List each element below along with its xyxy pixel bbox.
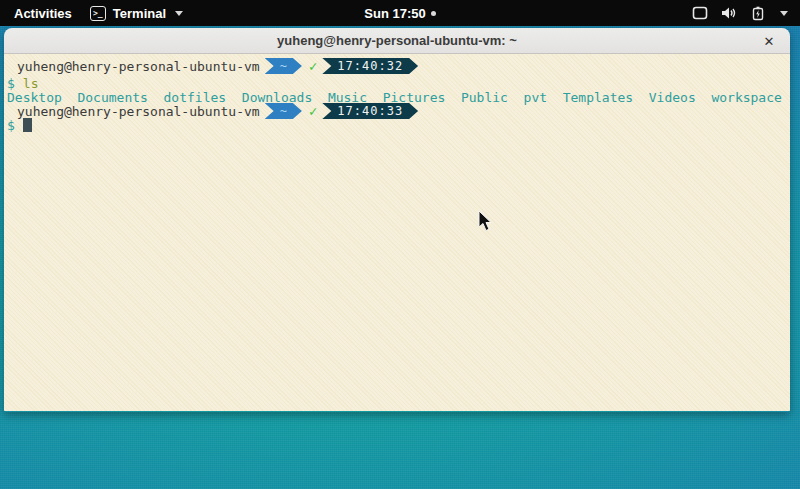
terminal-app-icon: >_	[90, 6, 106, 21]
app-menu-label: Terminal	[113, 6, 166, 21]
status-check-icon: ✓	[309, 58, 317, 74]
clock[interactable]: Sun 17:50	[364, 6, 425, 21]
activities-button[interactable]: Activities	[10, 6, 76, 21]
battery-charging-icon	[751, 6, 765, 21]
mouse-pointer-icon	[478, 210, 494, 232]
window-titlebar[interactable]: yuheng@henry-personal-ubuntu-vm: ~ ✕	[4, 28, 790, 54]
desktop-background: yuheng@henry-personal-ubuntu-vm: ~ ✕ yuh…	[0, 26, 800, 489]
current-input-line[interactable]: $	[7, 117, 32, 133]
prompt-time-segment: 17:40:32	[322, 58, 418, 74]
terminal-content[interactable]: yuheng@henry-personal-ubuntu-vm ~ ✓ 17:4…	[4, 54, 790, 411]
top-bar: Activities >_ Terminal Sun 17:50	[0, 0, 800, 26]
chevron-down-icon	[780, 11, 788, 16]
prompt-time-segment: 17:40:33	[322, 103, 418, 119]
prompt-path-segment: ~	[265, 103, 302, 119]
close-button[interactable]: ✕	[758, 28, 780, 54]
prompt-symbol: $	[7, 118, 15, 133]
prompt-user-host: yuheng@henry-personal-ubuntu-vm	[7, 104, 260, 119]
screen: Activities >_ Terminal Sun 17:50	[0, 0, 800, 489]
prompt-line-2: yuheng@henry-personal-ubuntu-vm ~ ✓ 17:4…	[7, 103, 418, 119]
prompt-user-host: yuheng@henry-personal-ubuntu-vm	[7, 59, 260, 74]
text-cursor	[23, 118, 32, 132]
app-menu-terminal[interactable]: >_ Terminal	[90, 6, 183, 21]
notification-dot-icon	[431, 11, 436, 16]
status-check-icon: ✓	[309, 103, 317, 119]
terminal-window: yuheng@henry-personal-ubuntu-vm: ~ ✕ yuh…	[4, 28, 790, 412]
window-title: yuheng@henry-personal-ubuntu-vm: ~	[277, 33, 517, 48]
system-tray[interactable]	[692, 6, 800, 21]
prompt-path-segment: ~	[265, 58, 302, 74]
prompt-line-1: yuheng@henry-personal-ubuntu-vm ~ ✓ 17:4…	[7, 58, 418, 74]
screen-icon	[692, 6, 708, 20]
dropdown-arrow-icon	[175, 11, 183, 16]
volume-icon	[721, 6, 738, 20]
